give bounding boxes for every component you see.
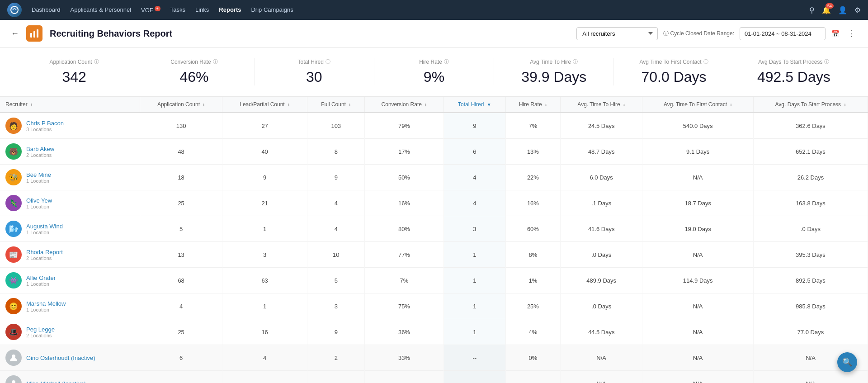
cell-conv_rate: 50%: [365, 165, 444, 190]
cell-avg_start: 892.5 Days: [753, 268, 868, 293]
col-full_count[interactable]: Full Count ↕: [307, 97, 365, 113]
stat-item-total-hired: Total Hired ⓘ 30: [255, 58, 374, 85]
recruiter-name[interactable]: Mike Mitchell (Inactive): [26, 380, 86, 383]
recruiter-name[interactable]: Peg Legge: [26, 326, 55, 333]
nav-links-item[interactable]: Links: [191, 4, 213, 16]
date-range-input[interactable]: [740, 27, 826, 40]
avatar: 🧑: [5, 118, 22, 134]
col-avg_contact[interactable]: Avg. Time To First Contact ↕: [642, 97, 754, 113]
stat-label: Avg Time To First Contact ⓘ: [621, 58, 726, 65]
recruiter-name[interactable]: Augusta Wind: [26, 223, 63, 230]
cell-full_count: 8: [307, 139, 365, 165]
cell-app_count: 48: [140, 139, 222, 165]
cell-full_count: 2: [307, 345, 365, 371]
cell-hire_rate: --: [505, 371, 560, 383]
recruiter-cell: 🐻 Barb Akew 2 Locations: [0, 139, 140, 165]
table-row: Gino Osterhoudt (Inactive) 64233%--0%N/A…: [0, 345, 868, 371]
cell-lead_count: --: [222, 371, 307, 383]
cell-avg_contact: 114.9 Days: [642, 268, 754, 293]
recruiter-name[interactable]: Gino Osterhoudt (Inactive): [26, 355, 95, 361]
cell-lead_count: 1: [222, 216, 307, 242]
cell-avg_hire: .0 Days: [560, 242, 642, 268]
stat-value: 70.0 Days: [621, 69, 726, 85]
table-row: 📰 Rhoda Report 2 Locations 1331077%18%.0…: [0, 242, 868, 268]
cell-full_count: 4: [307, 216, 365, 242]
recruiter-cell: 🧑 Chris P Bacon 3 Locations: [0, 113, 140, 139]
cell-full_count: 103: [307, 113, 365, 139]
nav-dashboard[interactable]: Dashboard: [27, 4, 65, 16]
nav-reports[interactable]: Reports: [214, 4, 245, 16]
cell-app_count: 13: [140, 242, 222, 268]
col-avg_start[interactable]: Avg. Days To Start Process ↕: [753, 97, 868, 113]
col-hire_rate[interactable]: Hire Rate ↕: [505, 97, 560, 113]
info-icon[interactable]: ⓘ: [824, 58, 829, 65]
cell-full_count: 10: [307, 242, 365, 268]
cell-lead_count: 40: [222, 139, 307, 165]
cell-lead_count: 21: [222, 190, 307, 216]
recruiter-name[interactable]: Allie Grater: [26, 274, 56, 281]
calendar-icon[interactable]: 📅: [831, 29, 840, 38]
recruiter-sub: 1 Location: [26, 178, 51, 184]
cell-avg_contact: N/A: [642, 319, 754, 345]
svg-rect-1: [30, 33, 32, 38]
page-title: Recruiting Behaviors Report: [50, 28, 172, 39]
app-logo[interactable]: [7, 3, 22, 17]
info-icon[interactable]: ⓘ: [573, 58, 578, 65]
search-icon[interactable]: ⚲: [809, 6, 815, 14]
nav-applicants[interactable]: Applicants & Personnel: [66, 4, 136, 16]
stat-item-avg-days-to-start-process: Avg Days To Start Process ⓘ 492.5 Days: [734, 58, 854, 85]
cell-avg_hire: 489.9 Days: [560, 268, 642, 293]
settings-icon[interactable]: ⚙: [854, 6, 861, 14]
recruiter-cell: 😊 Marsha Mellow 1 Location: [0, 293, 140, 319]
col-total_hired[interactable]: Total Hired ▼: [443, 97, 505, 113]
notifications-icon[interactable]: 🔔 54: [822, 6, 831, 14]
cell-lead_count: 9: [222, 165, 307, 190]
info-icon[interactable]: ⓘ: [326, 58, 330, 65]
recruiter-name[interactable]: Bee Mine: [26, 171, 51, 178]
search-fab[interactable]: 🔍: [837, 352, 857, 372]
recruiter-name[interactable]: Rhoda Report: [26, 249, 63, 255]
page-title-icon: [26, 25, 42, 42]
cell-avg_contact: 540.0 Days: [642, 113, 754, 139]
recruiter-name[interactable]: Chris P Bacon: [26, 120, 64, 127]
info-icon[interactable]: ⓘ: [94, 58, 99, 65]
col-lead_count[interactable]: Lead/Partial Count ↕: [222, 97, 307, 113]
cell-full_count: 9: [307, 165, 365, 190]
recruiter-name[interactable]: Olive Yew: [26, 197, 52, 204]
sort-icon: ▼: [487, 102, 491, 107]
recruiter-filter[interactable]: All recruiters: [576, 27, 658, 40]
col-app_count[interactable]: Application Count ↕: [140, 97, 222, 113]
user-icon[interactable]: 👤: [838, 6, 847, 14]
date-range-label: ⓘ Cycle Closed Date Range:: [663, 30, 734, 38]
cell-total_hired: 4: [443, 190, 505, 216]
nav-voe[interactable]: VOE+: [137, 4, 165, 16]
more-options-button[interactable]: ⋮: [845, 27, 857, 40]
svg-point-5: [12, 380, 15, 383]
col-recruiter[interactable]: Recruiter ↕: [0, 97, 140, 113]
info-icon[interactable]: ⓘ: [444, 58, 449, 65]
nav-tasks[interactable]: Tasks: [166, 4, 190, 16]
cell-app_count: 5: [140, 216, 222, 242]
recruiter-cell: 🎩 Peg Legge 2 Locations: [0, 319, 140, 345]
col-avg_hire[interactable]: Avg. Time To Hire ↕: [560, 97, 642, 113]
cell-avg_contact: N/A: [642, 371, 754, 383]
cell-avg_contact: 19.0 Days: [642, 216, 754, 242]
info-icon[interactable]: ⓘ: [703, 58, 708, 65]
cell-conv_rate: 79%: [365, 113, 444, 139]
recruiter-name[interactable]: Barb Akew: [26, 146, 54, 152]
sort-icon: ↕: [844, 102, 846, 107]
cell-avg_contact: 9.1 Days: [642, 139, 754, 165]
nav-drip[interactable]: Drip Campaigns: [246, 4, 297, 16]
cell-app_count: 4: [140, 293, 222, 319]
info-icon[interactable]: ⓘ: [213, 58, 218, 65]
cell-full_count: 5: [307, 268, 365, 293]
cell-total_hired: 1: [443, 293, 505, 319]
stat-label: Hire Rate ⓘ: [382, 58, 486, 65]
recruiter-sub: 2 Locations: [26, 333, 55, 338]
recruiter-name[interactable]: Marsha Mellow: [26, 300, 66, 307]
cell-avg_hire: 6.0 Days: [560, 165, 642, 190]
cell-hire_rate: 1%: [505, 268, 560, 293]
sort-icon: ↕: [203, 102, 205, 107]
back-button[interactable]: ←: [11, 29, 19, 38]
col-conv_rate[interactable]: Conversion Rate ↕: [365, 97, 444, 113]
